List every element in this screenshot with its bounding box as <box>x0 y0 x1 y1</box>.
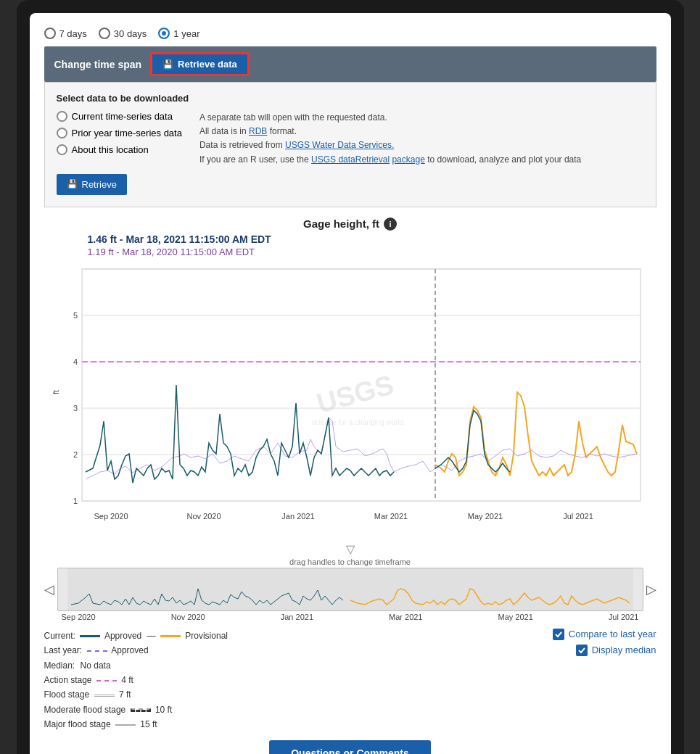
retrieve-floppy-icon: 💾 <box>67 179 78 189</box>
chart-title-text: Gage height, ft <box>303 218 379 230</box>
legend-lastyear-text: Approved <box>111 645 148 655</box>
legend-median-value: No data <box>81 660 111 671</box>
legend-current-approved-line <box>80 635 100 637</box>
package2-link[interactable]: package <box>392 154 424 165</box>
mini-chart-svg <box>58 568 643 611</box>
legend-current-provisional-text: Provisional <box>185 631 228 641</box>
change-time-label: Change time span <box>54 59 142 70</box>
legend-action-value: 4 ft <box>121 675 133 685</box>
radio-circle-1year <box>158 28 170 39</box>
radio-label-7days: 7 days <box>59 28 87 39</box>
svg-text:1: 1 <box>73 497 77 505</box>
svg-text:Jul 2021: Jul 2021 <box>563 512 593 521</box>
usgs-link[interactable]: USGS Water Data Services. <box>285 140 394 150</box>
svg-text:4: 4 <box>73 357 77 366</box>
svg-text:Mar 2021: Mar 2021 <box>374 512 407 521</box>
inner-content: 7 days 30 days 1 year Change time span 💾… <box>30 13 671 754</box>
radio-30days[interactable]: 30 days <box>99 28 147 39</box>
svg-text:Sep 2020: Sep 2020 <box>94 512 128 521</box>
timeframe-section: ▽ drag handles to change timeframe ◁ <box>44 542 656 621</box>
dl-option-current[interactable]: Current time-series data <box>57 111 182 122</box>
mini-x-nov2020: Nov 2020 <box>171 613 205 621</box>
legend-current-row: Current: Approved — Provisional <box>44 629 228 643</box>
compare-label: Compare to last year <box>569 629 656 639</box>
legend-current-label: Current: <box>44 631 75 641</box>
legend-modflood-row: Moderate flood stage 10 ft <box>44 703 228 717</box>
legend-flood-line <box>94 695 115 697</box>
mini-x-sep2020: Sep 2020 <box>62 613 96 621</box>
download-left: Current time-series data Prior year time… <box>57 111 182 167</box>
radio-7days[interactable]: 7 days <box>44 28 87 39</box>
radio-1year[interactable]: 1 year <box>158 28 199 39</box>
legend-modflood-label: Moderate flood stage <box>44 705 126 715</box>
mini-x-jan2021: Jan 2021 <box>281 613 313 621</box>
legend-flood-value: 7 ft <box>119 689 131 700</box>
legend-action-row: Action stage 4 ft <box>44 673 228 687</box>
retrieve-data-button[interactable]: 💾 Retrieve data <box>150 52 250 76</box>
radio-label-30days: 30 days <box>114 28 147 39</box>
main-chart-svg: ft 1 2 3 4 5 Sep 2020 Nov 2020 Jan 2021 <box>44 262 656 537</box>
compare-checkbox[interactable] <box>553 629 564 640</box>
legend-lastyear-label: Last year: <box>44 645 83 655</box>
dl-radio-current <box>57 111 67 122</box>
download-right: A separate tab will open with the reques… <box>199 111 581 167</box>
dl-option-prior[interactable]: Prior year time-series data <box>57 128 182 138</box>
retrieve-button-label: Retrieve <box>82 179 117 190</box>
legend-median-label: Median: <box>44 660 75 671</box>
download-panel: Select data to be downloaded Current tim… <box>44 82 656 207</box>
legend-current-provisional-line <box>160 635 181 637</box>
mini-chart[interactable] <box>57 568 643 611</box>
legend-median-row: Median: No data <box>44 658 228 673</box>
retrieve-button[interactable]: 💾 Retrieve <box>57 174 127 195</box>
radio-circle-30days <box>99 28 110 39</box>
legend-modflood-line <box>131 708 151 712</box>
dl-label-prior: Prior year time-series data <box>72 128 182 138</box>
svg-text:Jan 2021: Jan 2021 <box>281 512 314 521</box>
prev-reading: 1.19 ft - Mar 18, 2020 11:15:00 AM EDT <box>88 246 656 257</box>
svg-text:May 2021: May 2021 <box>467 512 502 521</box>
display-median-label: Display median <box>592 645 656 655</box>
time-span-row: 7 days 30 days 1 year <box>44 28 656 39</box>
svg-text:science for a changing world: science for a changing world <box>311 418 403 426</box>
radio-label-1year: 1 year <box>173 28 199 39</box>
rdb-link[interactable]: RDB <box>249 126 267 136</box>
drag-hint: drag handles to change timeframe <box>44 558 656 566</box>
svg-text:3: 3 <box>73 404 77 413</box>
legend-majflood-label: Major flood stage <box>44 719 111 729</box>
dl-option-about[interactable]: About this location <box>57 144 182 155</box>
radio-circle-7days <box>44 28 56 39</box>
download-panel-title: Select data to be downloaded <box>57 93 644 104</box>
questions-btn-row: Questions or Comments <box>44 740 656 754</box>
legend-action-label: Action stage <box>44 675 92 685</box>
svg-rect-23 <box>67 568 633 611</box>
left-handle[interactable]: ◁ <box>44 581 54 597</box>
mini-x-mar2021: Mar 2021 <box>389 613 422 621</box>
current-reading: 1.46 ft - Mar 18, 2021 11:15:00 AM EDT <box>88 233 656 245</box>
change-time-bar: Change time span 💾 Retrieve data <box>44 46 656 82</box>
main-chart-container: ft 1 2 3 4 5 Sep 2020 Nov 2020 Jan 2021 <box>44 262 656 539</box>
info-icon[interactable]: i <box>384 218 397 231</box>
legend-flood-row: Flood stage 7 ft <box>44 687 228 702</box>
retrieve-data-label: Retrieve data <box>178 59 237 70</box>
legend-action-line <box>96 680 117 682</box>
legend-majflood-row: Major flood stage 15 ft <box>44 717 228 732</box>
dl-label-current: Current time-series data <box>72 111 173 122</box>
questions-button[interactable]: Questions or Comments <box>269 740 431 754</box>
compare-checkbox-row[interactable]: Compare to last year <box>553 629 656 640</box>
legend-lastyear-row: Last year: Approved <box>44 643 228 658</box>
info-line4: If you are an R user, use the USGS dataR… <box>199 153 581 167</box>
svg-text:ft: ft <box>52 390 60 394</box>
chart-title: Gage height, ft i <box>44 218 656 231</box>
download-options: Current time-series data Prior year time… <box>57 111 644 167</box>
package-link[interactable]: USGS dataRetrieval <box>311 154 390 165</box>
legend-lastyear-line <box>87 650 107 652</box>
legend-majflood-value: 15 ft <box>140 719 157 729</box>
display-median-checkbox[interactable] <box>576 645 588 656</box>
svg-text:5: 5 <box>73 311 77 320</box>
legend-right: Compare to last year Display median <box>553 629 656 656</box>
mini-x-jul2021: Jul 2021 <box>609 613 639 621</box>
display-median-checkbox-row[interactable]: Display median <box>576 645 656 656</box>
right-handle[interactable]: ▷ <box>646 581 656 597</box>
mini-x-may2021: May 2021 <box>498 613 533 621</box>
legend-modflood-value: 10 ft <box>155 705 172 715</box>
